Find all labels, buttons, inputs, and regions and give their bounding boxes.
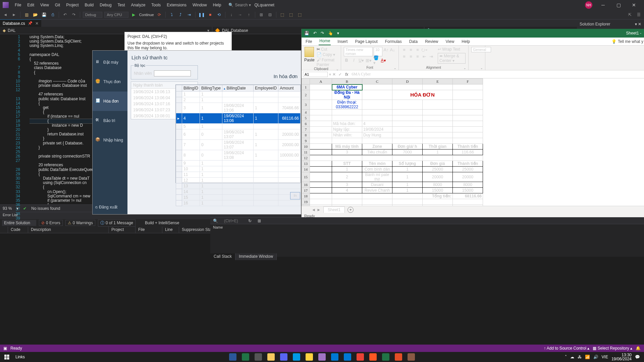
taskbar-app-11[interactable] (367, 352, 379, 362)
ribbon-tab-page-layout[interactable]: Page Layout (354, 38, 378, 45)
ribbon-tab-home[interactable]: Home (319, 37, 331, 45)
taskbar-app-2[interactable] (252, 352, 264, 362)
menu-build[interactable]: Build (82, 1, 97, 9)
menu-project[interactable]: Project (63, 1, 81, 9)
menu-tools[interactable]: Tools (149, 1, 163, 9)
accept-fx-icon[interactable]: ✓ (337, 72, 343, 77)
t4-icon[interactable]: ⊞ (258, 11, 265, 18)
font-size-combo[interactable]: 10 (374, 47, 382, 56)
hot-reload-icon[interactable]: ⟳ (156, 11, 163, 18)
align-right-icon[interactable]: ≡ (415, 54, 420, 59)
feedback-icon[interactable]: ☰ (635, 11, 642, 18)
ribbon-tab-data[interactable]: Data (409, 38, 418, 45)
bold-icon[interactable]: B (344, 58, 349, 63)
solution-explorer[interactable]: Solution Explorer▾ ✕ (577, 19, 644, 29)
select-repo[interactable]: ▦ Select Repository ▴ (593, 346, 632, 351)
messages-pill[interactable]: ⓘ0 of 1 Message (98, 220, 136, 227)
menu-edit[interactable]: Edit (24, 1, 37, 9)
tray-wifi-icon[interactable]: 📶 (585, 355, 590, 359)
align-top-icon[interactable]: ≡ (401, 47, 407, 52)
orient-icon[interactable]: ⭮▾ (422, 47, 427, 52)
ribbon-tab-file[interactable]: File (305, 38, 313, 45)
fx-icon[interactable]: fx (343, 72, 350, 77)
sidebar-item-4[interactable]: 📦Nhập hàng (93, 130, 127, 150)
font-name-combo[interactable]: Times new roman (344, 47, 373, 56)
tray-chevron-icon[interactable]: ˄ (565, 355, 567, 359)
vs-search[interactable]: 🔍Search▾ (228, 3, 251, 7)
build-filter[interactable]: Build + IntelliSense (145, 221, 179, 225)
menu-extensions[interactable]: Extensions (164, 1, 189, 9)
taskbar-app-3[interactable] (265, 352, 277, 362)
tray-onedrive-icon[interactable]: ☁ (570, 355, 574, 359)
border-icon[interactable]: ⊞▾ (366, 58, 371, 63)
excel-undo-icon[interactable]: ↶ (313, 31, 317, 36)
sidebar-item-3[interactable]: 🛠Bảo trì (93, 111, 127, 130)
number-format-combo[interactable]: General (471, 47, 491, 52)
excel-touch-icon[interactable]: 👆 (328, 31, 333, 36)
taskbar-app-8[interactable] (329, 352, 341, 362)
menu-debug[interactable]: Debug (97, 1, 114, 9)
fontcolor-icon[interactable]: A▾ (381, 58, 386, 63)
errors-pill[interactable]: ⊘0 Errors (39, 220, 63, 226)
align-left-icon[interactable]: ≡ (401, 54, 407, 59)
cell-A1[interactable]: 6MA Cyber (332, 84, 362, 90)
menu-window[interactable]: Window (190, 1, 210, 9)
align-center-icon[interactable]: ≡ (408, 54, 414, 59)
taskbar-app-4[interactable] (278, 352, 290, 362)
taskbar-app-10[interactable] (354, 352, 366, 362)
step-icon[interactable]: ⤵ (168, 11, 175, 18)
errorlist-scope[interactable]: Entire Solution (2, 220, 36, 226)
format-painter-button[interactable]: 🖌 Format Painter (317, 58, 338, 67)
indent-dec-icon[interactable]: ⇤ (422, 54, 427, 59)
sheet-tab[interactable]: Sheet1 (323, 206, 345, 213)
taskbar-app-9[interactable] (341, 352, 354, 362)
ribbon-tab-insert[interactable]: Insert (337, 38, 348, 45)
taskbar-links[interactable]: Links (12, 355, 28, 359)
config-combo[interactable]: Debug (83, 12, 102, 18)
warnings-pill[interactable]: ⚠0 Warnings (65, 220, 95, 226)
excel-grid[interactable]: ABCDEF16MA Cyber2Đống Đa - Hà NộiHÓA ĐƠN… (302, 78, 644, 206)
wrap-text-button[interactable]: ↩ Wrap Text (438, 47, 466, 52)
step2-icon[interactable]: ⤴ (177, 11, 184, 18)
taskbar-app-12[interactable] (380, 352, 392, 362)
taskbar-app-14[interactable] (405, 352, 417, 362)
italic-icon[interactable]: I (351, 58, 357, 63)
t2-icon[interactable]: → (237, 11, 244, 18)
tray-network-icon[interactable]: 🖧 (578, 355, 582, 359)
logout-button[interactable]: ⎋Đăng xuất (93, 200, 127, 214)
t1-icon[interactable]: ↓ (228, 11, 235, 18)
step3-icon[interactable]: ⇥ (186, 11, 193, 18)
pin-icon[interactable]: 📌 (28, 21, 33, 25)
menu-test[interactable]: Test (115, 1, 128, 9)
print-button[interactable]: In (290, 192, 300, 199)
grow-font-icon[interactable]: A↑ (383, 47, 389, 52)
stop-icon[interactable]: ■ (207, 11, 214, 18)
taskbar-app-0[interactable] (227, 352, 239, 362)
t3-icon[interactable]: ↑ (246, 11, 252, 18)
taskbar-app-13[interactable] (392, 352, 405, 362)
underline-icon[interactable]: U▾ (359, 58, 364, 63)
ribbon-tab-review[interactable]: Review (424, 38, 439, 45)
start-button[interactable] (1, 352, 12, 362)
ribbon-tab-formulas[interactable]: Formulas (384, 38, 402, 45)
maximize-button[interactable]: ▢ (611, 2, 626, 8)
open-icon[interactable]: 📂 (32, 11, 39, 18)
live-share-icon[interactable]: ⇱ (627, 11, 633, 18)
sidebar-item-1[interactable]: 🍔Thực đơn (93, 72, 127, 92)
t7-icon[interactable]: ⬚ (288, 11, 294, 18)
add-source-control[interactable]: ↑ Add to Source Control ▴ (544, 346, 589, 351)
save-icon[interactable]: 💾 (41, 11, 47, 18)
cancel-fx-icon[interactable]: ✕ (331, 72, 337, 77)
undo-icon[interactable]: ↶ (62, 11, 68, 18)
indent-inc-icon[interactable]: ⇥ (428, 54, 434, 59)
taskbar-app-6[interactable] (303, 352, 315, 362)
notifications-icon[interactable]: 🔔 (636, 346, 641, 351)
shrink-font-icon[interactable]: A↓ (390, 47, 395, 52)
pause-icon[interactable]: ❚❚ (198, 11, 205, 18)
menu-file[interactable]: File (12, 1, 24, 9)
sidebar-item-0[interactable]: 🖥Đặt máy (93, 53, 127, 72)
close-tab-icon[interactable]: ✕ (35, 21, 39, 26)
excel-redo-icon[interactable]: ↷ (321, 31, 324, 36)
tab-database-cs[interactable]: Database.cs 📌 ✕ (0, 19, 41, 27)
t8-icon[interactable]: ⬚ (297, 11, 303, 18)
